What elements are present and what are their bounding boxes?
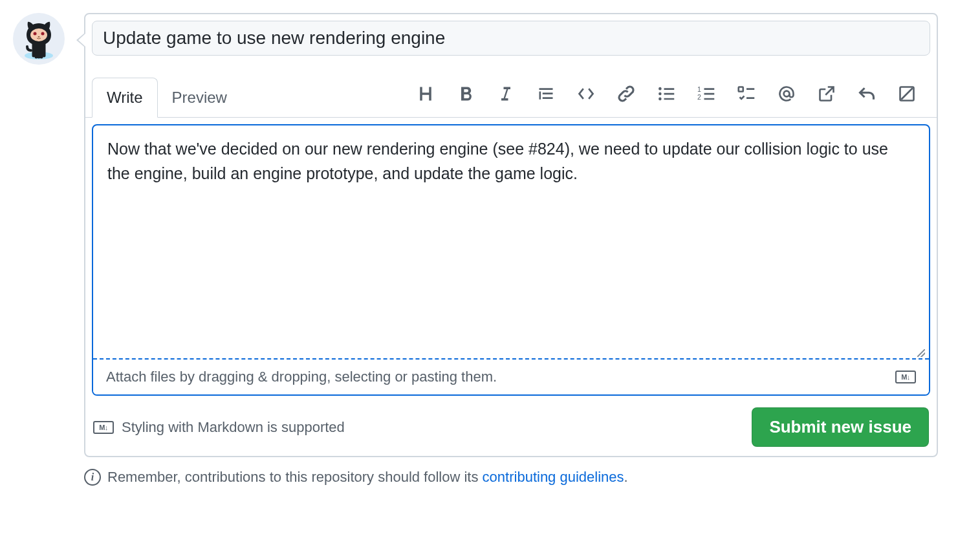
reply-icon[interactable]	[855, 82, 878, 105]
code-icon[interactable]	[574, 82, 598, 105]
contributing-guidelines-link[interactable]: contributing guidelines	[483, 469, 624, 485]
attach-hint-text: Attach files by dragging & dropping, sel…	[106, 369, 497, 385]
tab-write[interactable]: Write	[92, 78, 158, 118]
markdown-badge-icon: M↓	[895, 371, 916, 383]
markdown-support-note[interactable]: M↓ Styling with Markdown is supported	[93, 419, 345, 436]
svg-rect-10	[739, 87, 743, 91]
composer-box: Write Preview	[84, 13, 938, 457]
body-area: Now that we've decided on our new render…	[92, 124, 930, 396]
tab-row: Write Preview	[85, 78, 937, 118]
markdown-support-text: Styling with Markdown is supported	[122, 419, 345, 436]
svg-text:1: 1	[697, 85, 701, 92]
heading-icon[interactable]	[414, 82, 437, 105]
diff-icon[interactable]	[895, 82, 919, 105]
svg-point-2	[34, 32, 37, 36]
italic-icon[interactable]	[494, 82, 517, 105]
tab-preview[interactable]: Preview	[158, 78, 241, 117]
issue-body-input[interactable]: Now that we've decided on our new render…	[93, 125, 929, 358]
ordered-list-icon[interactable]: 12	[695, 82, 718, 105]
svg-point-3	[41, 32, 45, 36]
issue-composer: Write Preview	[13, 13, 938, 457]
guidelines-note: i Remember, contributions to this reposi…	[84, 469, 956, 486]
guidelines-prefix: Remember, contributions to this reposito…	[107, 469, 483, 485]
svg-point-6	[659, 92, 662, 95]
octocat-icon	[18, 18, 60, 59]
formatting-toolbar: 12	[414, 82, 930, 113]
svg-point-4	[38, 36, 40, 38]
footer-row: M↓ Styling with Markdown is supported Su…	[85, 402, 937, 456]
mention-icon[interactable]	[775, 82, 798, 105]
svg-point-1	[30, 28, 47, 41]
link-icon[interactable]	[615, 82, 638, 105]
unordered-list-icon[interactable]	[655, 82, 678, 105]
svg-point-5	[659, 87, 662, 90]
markdown-badge-icon: M↓	[93, 421, 114, 434]
info-icon: i	[84, 469, 101, 486]
bold-icon[interactable]	[454, 82, 477, 105]
svg-point-7	[659, 97, 662, 100]
cross-reference-icon[interactable]	[815, 82, 838, 105]
attach-row[interactable]: Attach files by dragging & dropping, sel…	[93, 358, 929, 394]
submit-new-issue-button[interactable]: Submit new issue	[752, 407, 929, 447]
issue-title-input[interactable]	[92, 21, 930, 56]
avatar[interactable]	[13, 13, 65, 65]
task-list-icon[interactable]	[735, 82, 758, 105]
quote-icon[interactable]	[534, 82, 558, 105]
svg-text:2: 2	[697, 92, 701, 100]
guidelines-suffix: .	[624, 469, 628, 485]
